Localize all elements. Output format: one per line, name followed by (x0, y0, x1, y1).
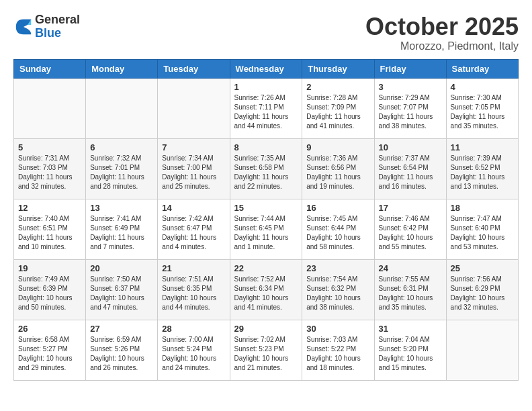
day-number: 9 (306, 142, 369, 152)
logo-icon (13, 17, 34, 37)
day-cell: 5Sunrise: 7:31 AM Sunset: 7:03 PM Daylig… (14, 138, 86, 199)
day-cell: 1Sunrise: 7:26 AM Sunset: 7:11 PM Daylig… (230, 78, 302, 138)
day-cell: 16Sunrise: 7:45 AM Sunset: 6:44 PM Dayli… (302, 199, 374, 259)
day-info: Sunrise: 7:39 AM Sunset: 6:52 PM Dayligh… (451, 154, 514, 191)
day-info: Sunrise: 7:45 AM Sunset: 6:44 PM Dayligh… (306, 214, 369, 252)
weekday-saturday: Saturday (446, 59, 518, 78)
day-info: Sunrise: 7:50 AM Sunset: 6:37 PM Dayligh… (90, 275, 153, 312)
day-number: 3 (379, 82, 442, 92)
day-cell: 14Sunrise: 7:42 AM Sunset: 6:47 PM Dayli… (158, 199, 230, 259)
day-cell (446, 320, 518, 380)
day-cell: 25Sunrise: 7:56 AM Sunset: 6:29 PM Dayli… (446, 259, 518, 320)
day-info: Sunrise: 7:37 AM Sunset: 6:54 PM Dayligh… (379, 154, 442, 191)
day-cell: 19Sunrise: 7:49 AM Sunset: 6:39 PM Dayli… (14, 259, 86, 320)
day-info: Sunrise: 7:56 AM Sunset: 6:29 PM Dayligh… (451, 275, 514, 312)
day-number: 4 (451, 82, 514, 92)
day-cell: 13Sunrise: 7:41 AM Sunset: 6:49 PM Dayli… (86, 199, 158, 259)
day-info: Sunrise: 7:52 AM Sunset: 6:34 PM Dayligh… (234, 275, 298, 312)
day-cell: 4Sunrise: 7:30 AM Sunset: 7:05 PM Daylig… (446, 78, 518, 138)
day-cell: 26Sunrise: 6:58 AM Sunset: 5:27 PM Dayli… (14, 320, 86, 380)
day-cell (158, 78, 230, 138)
day-info: Sunrise: 7:28 AM Sunset: 7:09 PM Dayligh… (306, 93, 369, 131)
week-row-3: 12Sunrise: 7:40 AM Sunset: 6:51 PM Dayli… (14, 199, 519, 259)
day-info: Sunrise: 7:46 AM Sunset: 6:42 PM Dayligh… (379, 214, 442, 252)
day-info: Sunrise: 7:34 AM Sunset: 7:00 PM Dayligh… (162, 154, 225, 191)
day-number: 21 (162, 263, 225, 273)
day-info: Sunrise: 7:55 AM Sunset: 6:31 PM Dayligh… (379, 275, 442, 312)
day-number: 14 (162, 203, 225, 213)
day-info: Sunrise: 7:41 AM Sunset: 6:49 PM Dayligh… (90, 214, 153, 252)
day-info: Sunrise: 7:30 AM Sunset: 7:05 PM Dayligh… (451, 93, 514, 131)
day-number: 5 (18, 142, 81, 152)
day-info: Sunrise: 7:51 AM Sunset: 6:35 PM Dayligh… (162, 275, 225, 312)
weekday-wednesday: Wednesday (230, 59, 302, 78)
day-info: Sunrise: 7:04 AM Sunset: 5:20 PM Dayligh… (379, 335, 442, 373)
day-cell (86, 78, 158, 138)
day-number: 31 (379, 324, 442, 334)
day-cell: 28Sunrise: 7:00 AM Sunset: 5:24 PM Dayli… (158, 320, 230, 380)
day-cell: 7Sunrise: 7:34 AM Sunset: 7:00 PM Daylig… (158, 138, 230, 199)
day-number: 8 (234, 142, 298, 152)
logo-line1: General (35, 13, 80, 27)
day-number: 19 (18, 263, 81, 273)
day-cell: 10Sunrise: 7:37 AM Sunset: 6:54 PM Dayli… (374, 138, 446, 199)
day-cell: 30Sunrise: 7:03 AM Sunset: 5:22 PM Dayli… (302, 320, 374, 380)
day-number: 20 (90, 263, 153, 273)
day-info: Sunrise: 7:26 AM Sunset: 7:11 PM Dayligh… (234, 93, 298, 131)
day-number: 1 (234, 82, 298, 92)
day-cell: 27Sunrise: 6:59 AM Sunset: 5:26 PM Dayli… (86, 320, 158, 380)
day-number: 24 (379, 263, 442, 273)
day-number: 12 (18, 203, 81, 213)
day-info: Sunrise: 7:44 AM Sunset: 6:45 PM Dayligh… (234, 214, 298, 252)
day-cell: 29Sunrise: 7:02 AM Sunset: 5:23 PM Dayli… (230, 320, 302, 380)
weekday-header-row: SundayMondayTuesdayWednesdayThursdayFrid… (14, 59, 519, 78)
day-info: Sunrise: 7:49 AM Sunset: 6:39 PM Dayligh… (18, 275, 81, 312)
day-info: Sunrise: 7:35 AM Sunset: 6:58 PM Dayligh… (234, 154, 298, 191)
weekday-sunday: Sunday (14, 59, 86, 78)
day-cell: 17Sunrise: 7:46 AM Sunset: 6:42 PM Dayli… (374, 199, 446, 259)
week-row-1: 1Sunrise: 7:26 AM Sunset: 7:11 PM Daylig… (14, 78, 519, 138)
month-title: October 2025 (365, 13, 519, 40)
day-info: Sunrise: 7:36 AM Sunset: 6:56 PM Dayligh… (306, 154, 369, 191)
day-info: Sunrise: 7:47 AM Sunset: 6:40 PM Dayligh… (451, 214, 514, 252)
day-number: 28 (162, 324, 225, 334)
day-cell: 15Sunrise: 7:44 AM Sunset: 6:45 PM Dayli… (230, 199, 302, 259)
day-cell: 8Sunrise: 7:35 AM Sunset: 6:58 PM Daylig… (230, 138, 302, 199)
day-info: Sunrise: 7:03 AM Sunset: 5:22 PM Dayligh… (306, 335, 369, 373)
day-info: Sunrise: 7:00 AM Sunset: 5:24 PM Dayligh… (162, 335, 225, 373)
day-cell: 11Sunrise: 7:39 AM Sunset: 6:52 PM Dayli… (446, 138, 518, 199)
day-number: 18 (451, 203, 514, 213)
day-cell: 31Sunrise: 7:04 AM Sunset: 5:20 PM Dayli… (374, 320, 446, 380)
day-cell: 2Sunrise: 7:28 AM Sunset: 7:09 PM Daylig… (302, 78, 374, 138)
day-number: 7 (162, 142, 225, 152)
day-cell (14, 78, 86, 138)
day-number: 11 (451, 142, 514, 152)
day-info: Sunrise: 7:31 AM Sunset: 7:03 PM Dayligh… (18, 154, 81, 191)
day-number: 22 (234, 263, 298, 273)
day-number: 23 (306, 263, 369, 273)
day-number: 15 (234, 203, 298, 213)
calendar: SundayMondayTuesdayWednesdayThursdayFrid… (13, 59, 519, 381)
day-cell: 9Sunrise: 7:36 AM Sunset: 6:56 PM Daylig… (302, 138, 374, 199)
week-row-2: 5Sunrise: 7:31 AM Sunset: 7:03 PM Daylig… (14, 138, 519, 199)
day-cell: 20Sunrise: 7:50 AM Sunset: 6:37 PM Dayli… (86, 259, 158, 320)
day-info: Sunrise: 7:32 AM Sunset: 7:01 PM Dayligh… (90, 154, 153, 191)
weekday-thursday: Thursday (302, 59, 374, 78)
day-number: 27 (90, 324, 153, 334)
day-number: 16 (306, 203, 369, 213)
day-number: 2 (306, 82, 369, 92)
day-number: 29 (234, 324, 298, 334)
weekday-friday: Friday (374, 59, 446, 78)
day-number: 6 (90, 142, 153, 152)
day-cell: 23Sunrise: 7:54 AM Sunset: 6:32 PM Dayli… (302, 259, 374, 320)
location: Morozzo, Piedmont, Italy (365, 40, 519, 52)
page-header: General Blue October 2025 Morozzo, Piedm… (13, 13, 519, 52)
day-number: 26 (18, 324, 81, 334)
week-row-4: 19Sunrise: 7:49 AM Sunset: 6:39 PM Dayli… (14, 259, 519, 320)
day-number: 17 (379, 203, 442, 213)
day-info: Sunrise: 7:54 AM Sunset: 6:32 PM Dayligh… (306, 275, 369, 312)
day-cell: 24Sunrise: 7:55 AM Sunset: 6:31 PM Dayli… (374, 259, 446, 320)
week-row-5: 26Sunrise: 6:58 AM Sunset: 5:27 PM Dayli… (14, 320, 519, 380)
logo: General Blue (13, 13, 80, 40)
weekday-tuesday: Tuesday (158, 59, 230, 78)
